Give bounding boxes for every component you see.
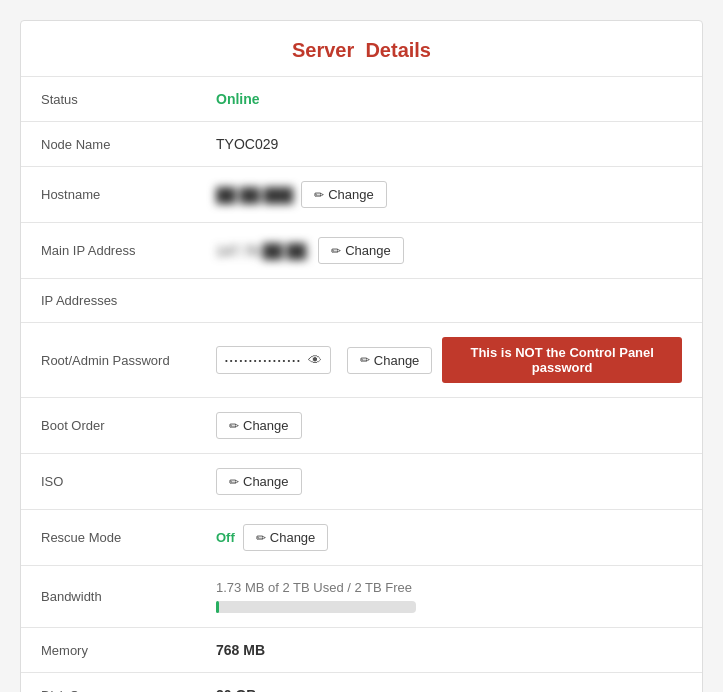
pencil-icon: ✏: [360, 353, 370, 367]
password-change-button[interactable]: ✏ Change: [347, 347, 433, 374]
rescue-change-button[interactable]: ✏ Change: [243, 524, 329, 551]
password-label: Root/Admin Password: [21, 323, 196, 398]
memory-label: Memory: [21, 628, 196, 673]
iso-change-button[interactable]: ✏ Change: [216, 468, 302, 495]
change-label: Change: [243, 418, 289, 433]
title-suffix: Details: [365, 39, 431, 61]
rescue-status: Off: [216, 530, 235, 545]
bootorder-change-button[interactable]: ✏ Change: [216, 412, 302, 439]
password-input-display: •••••••••••••••• 👁: [216, 346, 331, 374]
change-label: Change: [243, 474, 289, 489]
rescue-row: Off ✏ Change: [216, 524, 682, 551]
table-row: Rescue Mode Off ✏ Change: [21, 510, 702, 566]
disk-value: 20 GB: [216, 687, 256, 692]
password-warning-button[interactable]: This is NOT the Control Panel password: [442, 337, 682, 383]
bandwidth-text: 1.73 MB of 2 TB Used / 2 TB Free: [216, 580, 682, 595]
table-row: Hostname ██ ██.███ ✏ Change: [21, 167, 702, 223]
ipaddresses-value: [196, 279, 702, 323]
title-prefix: Server: [292, 39, 354, 61]
ipaddresses-label: IP Addresses: [21, 279, 196, 323]
status-label: Status: [21, 77, 196, 122]
mainip-change-button[interactable]: ✏ Change: [318, 237, 404, 264]
eye-icon[interactable]: 👁: [308, 352, 322, 368]
table-row: Node Name TYOC029: [21, 122, 702, 167]
table-row: Boot Order ✏ Change: [21, 398, 702, 454]
hostname-change-button[interactable]: ✏ Change: [301, 181, 387, 208]
pencil-icon: ✏: [229, 419, 239, 433]
rescue-label: Rescue Mode: [21, 510, 196, 566]
password-actions-row: •••••••••••••••• 👁 ✏ Change This is NOT …: [216, 337, 682, 383]
table-row: Disk Space 20 GB: [21, 673, 702, 693]
memory-value: 768 MB: [216, 642, 265, 658]
password-dots: ••••••••••••••••: [225, 356, 302, 365]
table-row: Main IP Address 147.78.██ ██. ✏ Change: [21, 223, 702, 279]
status-value: Online: [216, 91, 260, 107]
hostname-field-row: ██ ██.███ ✏ Change: [216, 181, 387, 208]
table-row: IP Addresses: [21, 279, 702, 323]
table-row: Bandwidth 1.73 MB of 2 TB Used / 2 TB Fr…: [21, 566, 702, 628]
bandwidth-bar-fill: [216, 601, 219, 613]
pencil-icon: ✏: [256, 531, 266, 545]
node-label: Node Name: [21, 122, 196, 167]
pencil-icon: ✏: [229, 475, 239, 489]
table-row: Status Online: [21, 77, 702, 122]
pencil-icon: ✏: [331, 244, 341, 258]
mainip-value: 147.78.██ ██.: [216, 243, 310, 259]
iso-label: ISO: [21, 454, 196, 510]
mainip-label: Main IP Address: [21, 223, 196, 279]
disk-label: Disk Space: [21, 673, 196, 693]
pencil-icon: ✏: [314, 188, 324, 202]
details-table: Status Online Node Name TYOC029 Hostname…: [21, 76, 702, 692]
change-label: Change: [374, 353, 420, 368]
bandwidth-label: Bandwidth: [21, 566, 196, 628]
change-label: Change: [345, 243, 391, 258]
hostname-value: ██ ██.███: [216, 187, 293, 203]
bootorder-label: Boot Order: [21, 398, 196, 454]
bandwidth-bar-bg: [216, 601, 416, 613]
page-title: Server Details: [21, 21, 702, 76]
node-value: TYOC029: [216, 136, 278, 152]
table-row: Memory 768 MB: [21, 628, 702, 673]
hostname-label: Hostname: [21, 167, 196, 223]
table-row: Root/Admin Password •••••••••••••••• 👁 ✏…: [21, 323, 702, 398]
mainip-field-row: 147.78.██ ██. ✏ Change: [216, 237, 404, 264]
change-label: Change: [270, 530, 316, 545]
table-row: ISO ✏ Change: [21, 454, 702, 510]
change-label: Change: [328, 187, 374, 202]
server-details-panel: Server Details Status Online Node Name T…: [20, 20, 703, 692]
